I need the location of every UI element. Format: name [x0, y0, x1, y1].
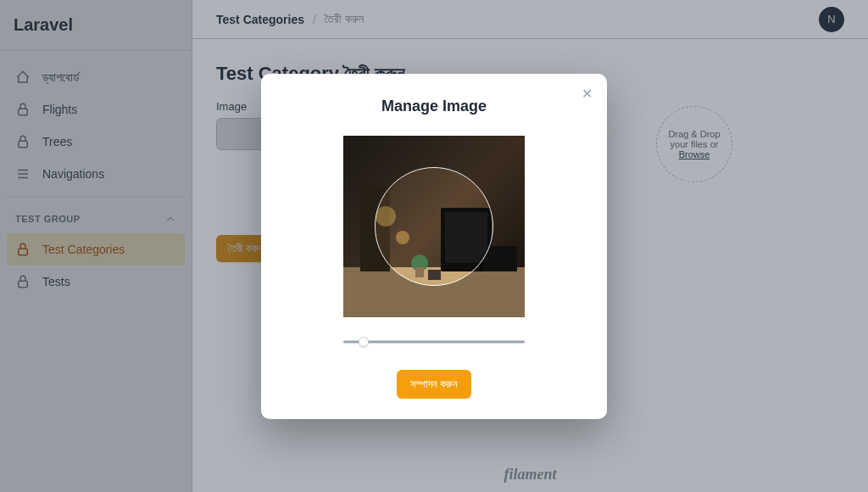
close-icon: ✕	[581, 86, 593, 102]
edit-button[interactable]: সম্পাদন করুন	[397, 370, 472, 399]
zoom-slider[interactable]	[343, 336, 525, 348]
image-crop-area[interactable]	[343, 136, 525, 317]
slider-thumb[interactable]	[359, 337, 369, 347]
crop-circle-outline[interactable]	[375, 167, 493, 286]
modal-overlay[interactable]: ✕ Manage Image	[0, 0, 868, 492]
slider-track	[343, 340, 525, 343]
modal-title: Manage Image	[288, 98, 580, 115]
manage-image-modal: ✕ Manage Image	[261, 74, 607, 419]
close-button[interactable]: ✕	[578, 86, 595, 103]
